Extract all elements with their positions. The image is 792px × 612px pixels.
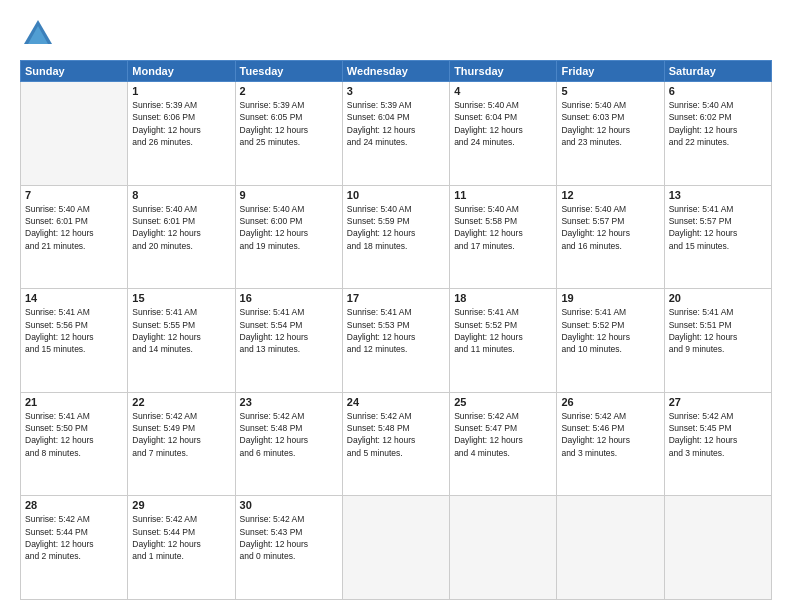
calendar-cell: 1Sunrise: 5:39 AMSunset: 6:06 PMDaylight… — [128, 82, 235, 186]
calendar-cell: 16Sunrise: 5:41 AMSunset: 5:54 PMDayligh… — [235, 289, 342, 393]
cell-info: Sunrise: 5:41 AMSunset: 5:54 PMDaylight:… — [240, 306, 338, 355]
header-friday: Friday — [557, 61, 664, 82]
day-number: 4 — [454, 85, 552, 97]
calendar-cell — [21, 82, 128, 186]
day-number: 19 — [561, 292, 659, 304]
day-number: 14 — [25, 292, 123, 304]
calendar-cell: 30Sunrise: 5:42 AMSunset: 5:43 PMDayligh… — [235, 496, 342, 600]
day-number: 27 — [669, 396, 767, 408]
cell-info: Sunrise: 5:42 AMSunset: 5:49 PMDaylight:… — [132, 410, 230, 459]
cell-info: Sunrise: 5:40 AMSunset: 6:04 PMDaylight:… — [454, 99, 552, 148]
cell-info: Sunrise: 5:41 AMSunset: 5:56 PMDaylight:… — [25, 306, 123, 355]
header-wednesday: Wednesday — [342, 61, 449, 82]
cell-info: Sunrise: 5:40 AMSunset: 5:59 PMDaylight:… — [347, 203, 445, 252]
calendar-cell — [450, 496, 557, 600]
day-number: 17 — [347, 292, 445, 304]
header-sunday: Sunday — [21, 61, 128, 82]
calendar-week-row: 21Sunrise: 5:41 AMSunset: 5:50 PMDayligh… — [21, 392, 772, 496]
calendar-table: SundayMondayTuesdayWednesdayThursdayFrid… — [20, 60, 772, 600]
calendar-cell: 24Sunrise: 5:42 AMSunset: 5:48 PMDayligh… — [342, 392, 449, 496]
calendar-cell: 8Sunrise: 5:40 AMSunset: 6:01 PMDaylight… — [128, 185, 235, 289]
calendar-cell: 23Sunrise: 5:42 AMSunset: 5:48 PMDayligh… — [235, 392, 342, 496]
cell-info: Sunrise: 5:39 AMSunset: 6:06 PMDaylight:… — [132, 99, 230, 148]
calendar-cell: 12Sunrise: 5:40 AMSunset: 5:57 PMDayligh… — [557, 185, 664, 289]
calendar-cell: 29Sunrise: 5:42 AMSunset: 5:44 PMDayligh… — [128, 496, 235, 600]
day-number: 12 — [561, 189, 659, 201]
cell-info: Sunrise: 5:41 AMSunset: 5:51 PMDaylight:… — [669, 306, 767, 355]
cell-info: Sunrise: 5:42 AMSunset: 5:44 PMDaylight:… — [132, 513, 230, 562]
day-number: 21 — [25, 396, 123, 408]
day-number: 26 — [561, 396, 659, 408]
calendar-cell: 14Sunrise: 5:41 AMSunset: 5:56 PMDayligh… — [21, 289, 128, 393]
day-number: 24 — [347, 396, 445, 408]
header-saturday: Saturday — [664, 61, 771, 82]
day-number: 11 — [454, 189, 552, 201]
cell-info: Sunrise: 5:41 AMSunset: 5:52 PMDaylight:… — [561, 306, 659, 355]
day-number: 13 — [669, 189, 767, 201]
cell-info: Sunrise: 5:42 AMSunset: 5:44 PMDaylight:… — [25, 513, 123, 562]
cell-info: Sunrise: 5:42 AMSunset: 5:46 PMDaylight:… — [561, 410, 659, 459]
cell-info: Sunrise: 5:40 AMSunset: 5:58 PMDaylight:… — [454, 203, 552, 252]
calendar-cell: 21Sunrise: 5:41 AMSunset: 5:50 PMDayligh… — [21, 392, 128, 496]
day-number: 23 — [240, 396, 338, 408]
day-number: 15 — [132, 292, 230, 304]
day-number: 9 — [240, 189, 338, 201]
day-number: 30 — [240, 499, 338, 511]
page: SundayMondayTuesdayWednesdayThursdayFrid… — [0, 0, 792, 612]
cell-info: Sunrise: 5:41 AMSunset: 5:52 PMDaylight:… — [454, 306, 552, 355]
calendar-cell: 2Sunrise: 5:39 AMSunset: 6:05 PMDaylight… — [235, 82, 342, 186]
header-tuesday: Tuesday — [235, 61, 342, 82]
cell-info: Sunrise: 5:42 AMSunset: 5:45 PMDaylight:… — [669, 410, 767, 459]
day-number: 7 — [25, 189, 123, 201]
calendar-week-row: 1Sunrise: 5:39 AMSunset: 6:06 PMDaylight… — [21, 82, 772, 186]
calendar-cell: 3Sunrise: 5:39 AMSunset: 6:04 PMDaylight… — [342, 82, 449, 186]
day-number: 8 — [132, 189, 230, 201]
calendar-week-row: 28Sunrise: 5:42 AMSunset: 5:44 PMDayligh… — [21, 496, 772, 600]
calendar-cell: 13Sunrise: 5:41 AMSunset: 5:57 PMDayligh… — [664, 185, 771, 289]
calendar-cell: 15Sunrise: 5:41 AMSunset: 5:55 PMDayligh… — [128, 289, 235, 393]
day-number: 2 — [240, 85, 338, 97]
calendar-cell: 4Sunrise: 5:40 AMSunset: 6:04 PMDaylight… — [450, 82, 557, 186]
calendar-cell: 18Sunrise: 5:41 AMSunset: 5:52 PMDayligh… — [450, 289, 557, 393]
calendar-cell: 19Sunrise: 5:41 AMSunset: 5:52 PMDayligh… — [557, 289, 664, 393]
calendar-cell: 26Sunrise: 5:42 AMSunset: 5:46 PMDayligh… — [557, 392, 664, 496]
cell-info: Sunrise: 5:40 AMSunset: 6:01 PMDaylight:… — [132, 203, 230, 252]
cell-info: Sunrise: 5:41 AMSunset: 5:55 PMDaylight:… — [132, 306, 230, 355]
cell-info: Sunrise: 5:40 AMSunset: 6:02 PMDaylight:… — [669, 99, 767, 148]
day-number: 3 — [347, 85, 445, 97]
header-monday: Monday — [128, 61, 235, 82]
calendar-cell: 20Sunrise: 5:41 AMSunset: 5:51 PMDayligh… — [664, 289, 771, 393]
calendar-cell: 25Sunrise: 5:42 AMSunset: 5:47 PMDayligh… — [450, 392, 557, 496]
day-number: 20 — [669, 292, 767, 304]
day-number: 22 — [132, 396, 230, 408]
calendar-week-row: 14Sunrise: 5:41 AMSunset: 5:56 PMDayligh… — [21, 289, 772, 393]
calendar-cell — [342, 496, 449, 600]
day-number: 25 — [454, 396, 552, 408]
calendar-week-row: 7Sunrise: 5:40 AMSunset: 6:01 PMDaylight… — [21, 185, 772, 289]
day-number: 28 — [25, 499, 123, 511]
cell-info: Sunrise: 5:41 AMSunset: 5:53 PMDaylight:… — [347, 306, 445, 355]
day-number: 5 — [561, 85, 659, 97]
cell-info: Sunrise: 5:39 AMSunset: 6:05 PMDaylight:… — [240, 99, 338, 148]
cell-info: Sunrise: 5:40 AMSunset: 6:03 PMDaylight:… — [561, 99, 659, 148]
cell-info: Sunrise: 5:41 AMSunset: 5:57 PMDaylight:… — [669, 203, 767, 252]
cell-info: Sunrise: 5:40 AMSunset: 6:00 PMDaylight:… — [240, 203, 338, 252]
cell-info: Sunrise: 5:41 AMSunset: 5:50 PMDaylight:… — [25, 410, 123, 459]
day-number: 29 — [132, 499, 230, 511]
day-number: 1 — [132, 85, 230, 97]
day-number: 16 — [240, 292, 338, 304]
calendar-cell: 22Sunrise: 5:42 AMSunset: 5:49 PMDayligh… — [128, 392, 235, 496]
logo — [20, 16, 56, 52]
cell-info: Sunrise: 5:39 AMSunset: 6:04 PMDaylight:… — [347, 99, 445, 148]
calendar-cell: 17Sunrise: 5:41 AMSunset: 5:53 PMDayligh… — [342, 289, 449, 393]
cell-info: Sunrise: 5:42 AMSunset: 5:47 PMDaylight:… — [454, 410, 552, 459]
calendar-cell: 11Sunrise: 5:40 AMSunset: 5:58 PMDayligh… — [450, 185, 557, 289]
header — [20, 16, 772, 52]
calendar-cell: 27Sunrise: 5:42 AMSunset: 5:45 PMDayligh… — [664, 392, 771, 496]
cell-info: Sunrise: 5:40 AMSunset: 5:57 PMDaylight:… — [561, 203, 659, 252]
calendar-cell: 10Sunrise: 5:40 AMSunset: 5:59 PMDayligh… — [342, 185, 449, 289]
calendar-cell: 9Sunrise: 5:40 AMSunset: 6:00 PMDaylight… — [235, 185, 342, 289]
cell-info: Sunrise: 5:42 AMSunset: 5:48 PMDaylight:… — [347, 410, 445, 459]
cell-info: Sunrise: 5:40 AMSunset: 6:01 PMDaylight:… — [25, 203, 123, 252]
header-thursday: Thursday — [450, 61, 557, 82]
